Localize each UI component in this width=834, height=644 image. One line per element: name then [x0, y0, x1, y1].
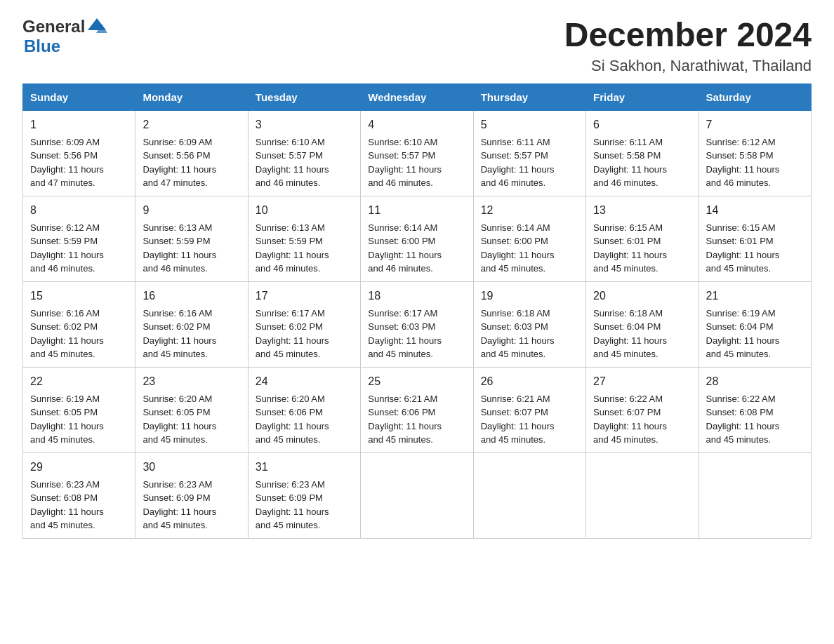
title-block: December 2024 Si Sakhon, Narathiwat, Tha…: [564, 17, 812, 75]
calendar-cell: 18Sunrise: 6:17 AMSunset: 6:03 PMDayligh…: [361, 281, 473, 367]
day-info: Sunrise: 6:11 AMSunset: 5:57 PMDaylight:…: [481, 135, 578, 190]
calendar-cell: 20Sunrise: 6:18 AMSunset: 6:04 PMDayligh…: [586, 281, 699, 367]
calendar-cell: 3Sunrise: 6:10 AMSunset: 5:57 PMDaylight…: [248, 110, 360, 196]
calendar-cell: 13Sunrise: 6:15 AMSunset: 6:01 PMDayligh…: [586, 196, 699, 281]
day-number: 4: [368, 116, 465, 133]
day-info: Sunrise: 6:23 AMSunset: 6:09 PMDaylight:…: [143, 478, 240, 532]
calendar-week-row: 22Sunrise: 6:19 AMSunset: 6:05 PMDayligh…: [23, 367, 812, 452]
calendar-cell: 11Sunrise: 6:14 AMSunset: 6:00 PMDayligh…: [361, 196, 473, 281]
calendar-cell: 6Sunrise: 6:11 AMSunset: 5:58 PMDaylight…: [586, 110, 699, 196]
day-number: 8: [30, 202, 128, 219]
day-info: Sunrise: 6:19 AMSunset: 6:04 PMDaylight:…: [706, 307, 804, 361]
day-info: Sunrise: 6:22 AMSunset: 6:08 PMDaylight:…: [706, 392, 804, 447]
day-info: Sunrise: 6:23 AMSunset: 6:09 PMDaylight:…: [256, 478, 353, 532]
calendar-day-header: Saturday: [699, 83, 811, 110]
day-number: 11: [368, 202, 465, 219]
calendar-cell: 28Sunrise: 6:22 AMSunset: 6:08 PMDayligh…: [699, 367, 811, 452]
calendar-cell: 25Sunrise: 6:21 AMSunset: 6:06 PMDayligh…: [361, 367, 473, 452]
calendar-cell: [473, 452, 585, 538]
day-info: Sunrise: 6:15 AMSunset: 6:01 PMDaylight:…: [593, 221, 691, 276]
calendar-cell: 10Sunrise: 6:13 AMSunset: 5:59 PMDayligh…: [248, 196, 360, 281]
day-number: 29: [30, 459, 128, 476]
calendar-cell: 1Sunrise: 6:09 AMSunset: 5:56 PMDaylight…: [23, 110, 135, 196]
day-number: 27: [593, 373, 691, 390]
calendar-cell: 27Sunrise: 6:22 AMSunset: 6:07 PMDayligh…: [586, 367, 699, 452]
day-info: Sunrise: 6:17 AMSunset: 6:03 PMDaylight:…: [368, 307, 465, 361]
day-number: 3: [256, 116, 353, 133]
calendar-cell: [699, 452, 811, 538]
calendar-day-header: Sunday: [23, 83, 135, 110]
calendar-cell: 14Sunrise: 6:15 AMSunset: 6:01 PMDayligh…: [699, 196, 811, 281]
day-info: Sunrise: 6:16 AMSunset: 6:02 PMDaylight:…: [30, 307, 128, 361]
day-info: Sunrise: 6:17 AMSunset: 6:02 PMDaylight:…: [256, 307, 353, 361]
calendar-day-header: Monday: [135, 83, 248, 110]
day-info: Sunrise: 6:20 AMSunset: 6:05 PMDaylight:…: [143, 392, 240, 447]
day-number: 22: [30, 373, 128, 390]
calendar-cell: [361, 452, 473, 538]
day-info: Sunrise: 6:21 AMSunset: 6:06 PMDaylight:…: [368, 392, 465, 447]
day-info: Sunrise: 6:21 AMSunset: 6:07 PMDaylight:…: [481, 392, 578, 447]
calendar-cell: 12Sunrise: 6:14 AMSunset: 6:00 PMDayligh…: [473, 196, 585, 281]
day-info: Sunrise: 6:13 AMSunset: 5:59 PMDaylight:…: [143, 221, 240, 276]
day-number: 9: [143, 202, 240, 219]
calendar-cell: 2Sunrise: 6:09 AMSunset: 5:56 PMDaylight…: [135, 110, 248, 196]
logo-general-text: General: [22, 17, 85, 36]
day-info: Sunrise: 6:13 AMSunset: 5:59 PMDaylight:…: [256, 221, 353, 276]
day-number: 18: [368, 288, 465, 304]
day-number: 31: [256, 459, 353, 476]
calendar-week-row: 8Sunrise: 6:12 AMSunset: 5:59 PMDaylight…: [23, 196, 812, 281]
calendar-day-header: Tuesday: [248, 83, 360, 110]
day-info: Sunrise: 6:16 AMSunset: 6:02 PMDaylight:…: [143, 307, 240, 361]
calendar-cell: 23Sunrise: 6:20 AMSunset: 6:05 PMDayligh…: [135, 367, 248, 452]
day-number: 23: [143, 373, 240, 390]
logo: General Blue: [22, 17, 107, 56]
calendar-day-header: Wednesday: [361, 83, 473, 110]
calendar-week-row: 1Sunrise: 6:09 AMSunset: 5:56 PMDaylight…: [23, 110, 812, 196]
day-number: 15: [30, 288, 128, 304]
calendar-cell: 22Sunrise: 6:19 AMSunset: 6:05 PMDayligh…: [23, 367, 135, 452]
day-info: Sunrise: 6:15 AMSunset: 6:01 PMDaylight:…: [706, 221, 804, 276]
day-number: 19: [481, 288, 578, 304]
day-number: 1: [30, 116, 128, 133]
day-info: Sunrise: 6:12 AMSunset: 5:59 PMDaylight:…: [30, 221, 128, 276]
day-info: Sunrise: 6:11 AMSunset: 5:58 PMDaylight:…: [593, 135, 691, 190]
calendar-cell: 17Sunrise: 6:17 AMSunset: 6:02 PMDayligh…: [248, 281, 360, 367]
day-number: 6: [593, 116, 691, 133]
day-info: Sunrise: 6:18 AMSunset: 6:04 PMDaylight:…: [593, 307, 691, 361]
page-header: General Blue December 2024 Si Sakhon, Na…: [22, 17, 812, 75]
day-number: 2: [143, 116, 240, 133]
day-number: 13: [593, 202, 691, 219]
day-number: 26: [481, 373, 578, 390]
calendar-day-header: Thursday: [473, 83, 585, 110]
day-info: Sunrise: 6:09 AMSunset: 5:56 PMDaylight:…: [143, 135, 240, 190]
day-number: 21: [706, 288, 804, 304]
page-title: December 2024: [564, 17, 812, 54]
calendar-cell: 5Sunrise: 6:11 AMSunset: 5:57 PMDaylight…: [473, 110, 585, 196]
calendar-table: SundayMondayTuesdayWednesdayThursdayFrid…: [22, 83, 812, 539]
calendar-week-row: 15Sunrise: 6:16 AMSunset: 6:02 PMDayligh…: [23, 281, 812, 367]
calendar-cell: 16Sunrise: 6:16 AMSunset: 6:02 PMDayligh…: [135, 281, 248, 367]
day-info: Sunrise: 6:09 AMSunset: 5:56 PMDaylight:…: [30, 135, 128, 190]
day-info: Sunrise: 6:22 AMSunset: 6:07 PMDaylight:…: [593, 392, 691, 447]
day-number: 17: [256, 288, 353, 304]
calendar-cell: 24Sunrise: 6:20 AMSunset: 6:06 PMDayligh…: [248, 367, 360, 452]
calendar-cell: 26Sunrise: 6:21 AMSunset: 6:07 PMDayligh…: [473, 367, 585, 452]
day-info: Sunrise: 6:14 AMSunset: 6:00 PMDaylight:…: [481, 221, 578, 276]
day-info: Sunrise: 6:12 AMSunset: 5:58 PMDaylight:…: [706, 135, 804, 190]
calendar-day-header: Friday: [586, 83, 699, 110]
calendar-cell: 9Sunrise: 6:13 AMSunset: 5:59 PMDaylight…: [135, 196, 248, 281]
calendar-cell: 31Sunrise: 6:23 AMSunset: 6:09 PMDayligh…: [248, 452, 360, 538]
day-number: 28: [706, 373, 804, 390]
calendar-cell: 7Sunrise: 6:12 AMSunset: 5:58 PMDaylight…: [699, 110, 811, 196]
day-info: Sunrise: 6:23 AMSunset: 6:08 PMDaylight:…: [30, 478, 128, 532]
day-info: Sunrise: 6:14 AMSunset: 6:00 PMDaylight:…: [368, 221, 465, 276]
day-number: 16: [143, 288, 240, 304]
day-number: 24: [256, 373, 353, 390]
calendar-header-row: SundayMondayTuesdayWednesdayThursdayFrid…: [23, 83, 812, 110]
calendar-cell: 19Sunrise: 6:18 AMSunset: 6:03 PMDayligh…: [473, 281, 585, 367]
day-number: 5: [481, 116, 578, 133]
logo-blue-text: Blue: [24, 36, 60, 55]
day-info: Sunrise: 6:10 AMSunset: 5:57 PMDaylight:…: [256, 135, 353, 190]
calendar-cell: 29Sunrise: 6:23 AMSunset: 6:08 PMDayligh…: [23, 452, 135, 538]
calendar-cell: 21Sunrise: 6:19 AMSunset: 6:04 PMDayligh…: [699, 281, 811, 367]
